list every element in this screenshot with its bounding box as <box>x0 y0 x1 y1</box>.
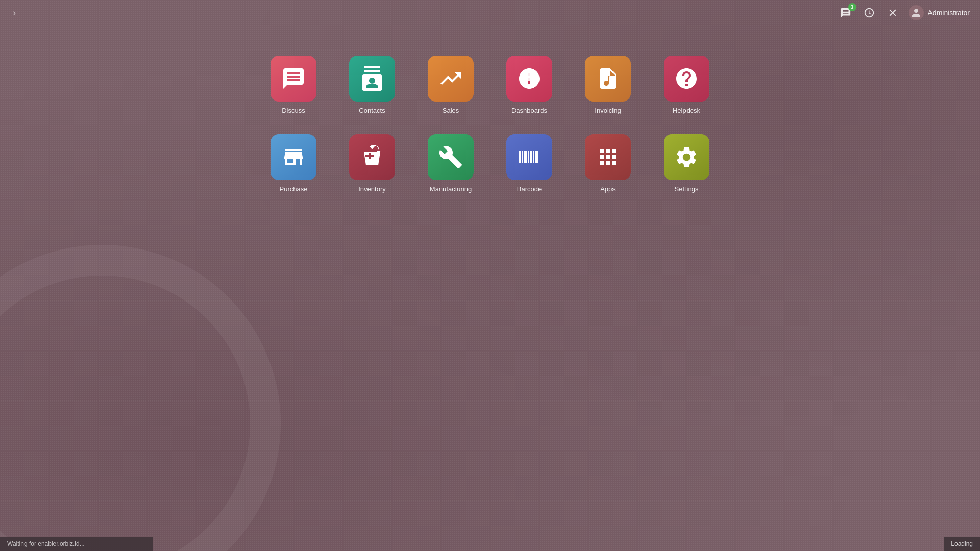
close-icon <box>887 7 898 18</box>
manufacturing-label: Manufacturing <box>430 185 472 193</box>
app-dashboards[interactable]: Dashboards <box>493 46 566 119</box>
app-invoicing[interactable]: Invoicing <box>571 46 645 119</box>
clock-button[interactable] <box>862 5 877 20</box>
helpdesk-label: Helpdesk <box>673 107 700 114</box>
app-sales[interactable]: Sales <box>414 46 487 119</box>
app-purchase[interactable]: Purchase <box>257 124 330 198</box>
app-inventory[interactable]: Inventory <box>335 124 409 198</box>
statusbar: Waiting for enabler.orbiz.id... Loading <box>0 537 980 551</box>
contacts-icon <box>349 56 395 102</box>
contacts-label: Contacts <box>359 107 385 114</box>
settings-icon <box>664 134 709 180</box>
app-settings[interactable]: Settings <box>650 124 723 198</box>
messages-button[interactable]: 3 <box>838 5 853 20</box>
barcode-icon <box>506 134 552 180</box>
apps-label: Apps <box>600 185 616 193</box>
dashboards-icon <box>506 56 552 102</box>
inventory-icon <box>349 134 395 180</box>
app-apps[interactable]: Apps <box>571 124 645 198</box>
apps-icon <box>585 134 631 180</box>
statusbar-right-text: Loading <box>944 537 980 551</box>
app-grid: Discuss Contacts Sales <box>0 31 980 198</box>
invoicing-icon <box>585 56 631 102</box>
purchase-icon <box>271 134 316 180</box>
user-name-label: Administrator <box>928 9 970 17</box>
barcode-label: Barcode <box>517 185 542 193</box>
clock-icon <box>864 7 875 18</box>
background-arc <box>0 245 281 551</box>
avatar <box>909 5 924 20</box>
nav-toggle-button[interactable]: › <box>10 5 18 21</box>
dashboards-label: Dashboards <box>511 107 547 114</box>
app-helpdesk[interactable]: Helpdesk <box>650 46 723 119</box>
helpdesk-icon <box>664 56 709 102</box>
message-badge: 3 <box>848 3 856 11</box>
invoicing-label: Invoicing <box>595 107 621 114</box>
discuss-icon <box>271 56 316 102</box>
sales-label: Sales <box>443 107 459 114</box>
app-barcode[interactable]: Barcode <box>493 124 566 198</box>
discuss-label: Discuss <box>282 107 305 114</box>
purchase-label: Purchase <box>280 185 308 193</box>
sales-icon <box>428 56 474 102</box>
app-contacts[interactable]: Contacts <box>335 46 409 119</box>
app-row-1: Discuss Contacts Sales <box>257 46 723 119</box>
manufacturing-icon <box>428 134 474 180</box>
settings-label: Settings <box>675 185 699 193</box>
user-menu[interactable]: Administrator <box>909 5 970 20</box>
topbar-right: 3 Administrator <box>838 5 970 20</box>
close-button[interactable] <box>885 5 900 20</box>
inventory-label: Inventory <box>358 185 385 193</box>
statusbar-left-text: Waiting for enabler.orbiz.id... <box>0 537 153 551</box>
app-discuss[interactable]: Discuss <box>257 46 330 119</box>
app-manufacturing[interactable]: Manufacturing <box>414 124 487 198</box>
app-row-2: Purchase Inventory Manufacturing <box>257 124 723 198</box>
topbar-left: › <box>10 5 18 21</box>
topbar: › 3 Administrator <box>0 0 980 26</box>
